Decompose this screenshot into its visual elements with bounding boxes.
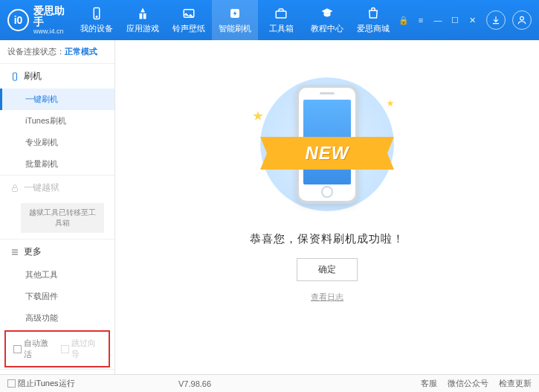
- version-label: V7.98.66: [178, 379, 211, 388]
- app-name: 爱思助手: [33, 5, 74, 28]
- sidebar-item-oneclick[interactable]: 一键刷机: [0, 89, 114, 110]
- app-logo: i0 爱思助手 www.i4.cn: [7, 5, 74, 36]
- close-button[interactable]: ✕: [465, 13, 480, 27]
- nav-label: 应用游戏: [126, 23, 159, 34]
- footer-wechat[interactable]: 微信公众号: [448, 378, 488, 389]
- lock-icon: [10, 184, 19, 193]
- section-jailbreak: 一键越狱: [0, 176, 114, 200]
- nav-shop[interactable]: 爱思商城: [350, 0, 396, 40]
- star-icon: [253, 111, 263, 121]
- success-illustration: NEW: [245, 70, 409, 219]
- main-nav: 我的设备 应用游戏 铃声壁纸 智能刷机 工具箱 教程中心 爱思商城: [74, 0, 396, 40]
- ok-button[interactable]: 确定: [297, 258, 358, 281]
- sidebar-item-download[interactable]: 下载固件: [0, 286, 114, 307]
- user-icon[interactable]: [512, 10, 532, 30]
- auto-activate-checkbox[interactable]: 自动激活: [13, 338, 54, 360]
- section-title: 更多: [24, 245, 42, 258]
- menu-icon[interactable]: ≡: [413, 13, 428, 27]
- nav-label: 教程中心: [311, 23, 343, 34]
- jailbreak-note: 越狱工具已转移至工具箱: [21, 203, 104, 233]
- svg-point-5: [520, 16, 524, 20]
- nav-label: 工具箱: [269, 23, 294, 34]
- svg-point-1: [96, 16, 97, 18]
- maximize-button[interactable]: ☐: [448, 13, 462, 27]
- block-itunes-checkbox[interactable]: 阻止iTunes运行: [7, 378, 75, 389]
- options-row: 自动激活 跳过向导: [4, 330, 110, 367]
- sidebar-item-itunes[interactable]: iTunes刷机: [0, 110, 114, 132]
- footer: 阻止iTunes运行 V7.98.66 客服 微信公众号 检查更新: [0, 374, 539, 392]
- nav-toolbox[interactable]: 工具箱: [258, 0, 304, 40]
- minimize-button[interactable]: —: [430, 13, 445, 27]
- nav-tutorials[interactable]: 教程中心: [304, 0, 350, 40]
- svg-rect-7: [13, 187, 18, 191]
- skip-guide-checkbox[interactable]: 跳过向导: [61, 338, 101, 360]
- nav-label: 智能刷机: [219, 23, 251, 34]
- titlebar: i0 爱思助手 www.i4.cn 我的设备 应用游戏 铃声壁纸 智能刷机 工具…: [0, 0, 539, 40]
- nav-ringtones[interactable]: 铃声壁纸: [166, 0, 212, 40]
- status-value: 正常模式: [65, 47, 97, 56]
- toolbox-icon: [274, 6, 288, 21]
- shop-icon: [366, 6, 381, 21]
- image-icon: [181, 6, 196, 21]
- apps-icon: [135, 6, 150, 21]
- view-log-link[interactable]: 查看日志: [311, 292, 343, 303]
- lock-icon[interactable]: 🔒: [396, 13, 411, 27]
- sidebar-item-other[interactable]: 其他工具: [0, 264, 114, 286]
- connection-status: 设备连接状态：正常模式: [0, 40, 114, 64]
- list-icon: [10, 248, 19, 257]
- window-controls: 🔒 ≡ — ☐ ✕: [396, 10, 532, 30]
- sidebar-item-advanced[interactable]: 高级功能: [0, 307, 114, 329]
- nav-apps[interactable]: 应用游戏: [120, 0, 166, 40]
- section-more[interactable]: 更多: [0, 240, 114, 264]
- sidebar: 设备连接状态：正常模式 刷机 一键刷机 iTunes刷机 专业刷机 批量刷机 一…: [0, 40, 115, 374]
- checkbox-label: 自动激活: [24, 338, 54, 360]
- footer-update[interactable]: 检查更新: [499, 378, 532, 389]
- checkbox-label: 跳过向导: [71, 338, 101, 360]
- section-flash[interactable]: 刷机: [0, 64, 114, 89]
- nav-label: 铃声壁纸: [172, 23, 205, 34]
- nav-flash[interactable]: 智能刷机: [212, 0, 258, 40]
- phone-icon: [89, 6, 104, 21]
- svg-rect-6: [13, 73, 17, 80]
- logo-icon: i0: [7, 9, 29, 31]
- section-title: 一键越狱: [24, 181, 59, 194]
- phone-icon: [10, 72, 19, 81]
- app-url: www.i4.cn: [33, 28, 74, 35]
- svg-rect-4: [276, 11, 286, 18]
- new-ribbon: NEW: [260, 137, 394, 170]
- status-label: 设备连接状态：: [7, 47, 65, 56]
- footer-support[interactable]: 客服: [421, 378, 437, 389]
- graduation-icon: [320, 6, 335, 21]
- section-title: 刷机: [24, 70, 42, 83]
- nav-label: 我的设备: [80, 23, 113, 34]
- checkbox-label: 阻止iTunes运行: [18, 378, 75, 389]
- sidebar-item-batch[interactable]: 批量刷机: [0, 153, 114, 175]
- main-content: NEW 恭喜您，保资料刷机成功啦！ 确定 查看日志: [115, 40, 539, 374]
- sidebar-item-pro[interactable]: 专业刷机: [0, 132, 114, 153]
- nav-label: 爱思商城: [357, 23, 390, 34]
- star-icon: [387, 100, 394, 107]
- nav-my-device[interactable]: 我的设备: [74, 0, 120, 40]
- download-icon[interactable]: [486, 10, 506, 30]
- flash-icon: [227, 6, 242, 21]
- success-message: 恭喜您，保资料刷机成功啦！: [250, 232, 404, 246]
